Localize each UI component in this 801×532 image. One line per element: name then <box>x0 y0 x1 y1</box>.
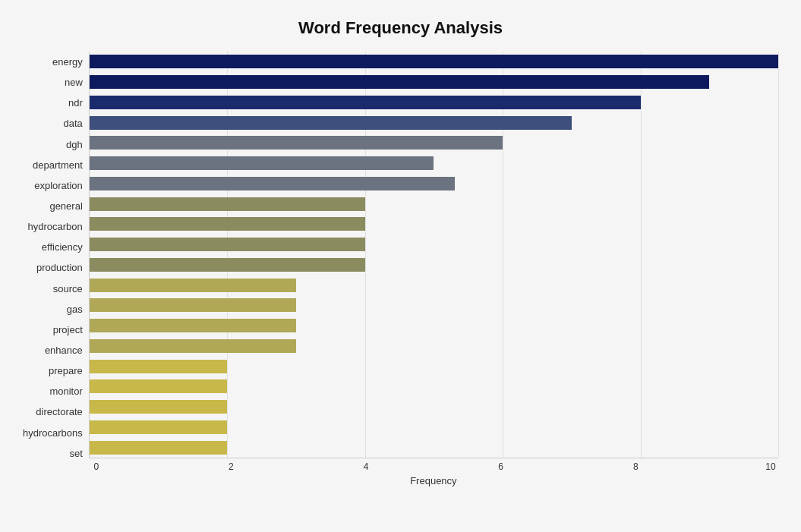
y-label: hydrocarbons <box>23 423 83 442</box>
grid-lines <box>90 52 778 458</box>
bar <box>90 400 227 414</box>
bar <box>90 298 296 312</box>
x-axis: 0246810 <box>89 458 778 472</box>
bar-row <box>90 439 778 457</box>
y-label: monitor <box>23 382 83 401</box>
bar <box>90 217 365 231</box>
x-tick: 0 <box>89 461 104 472</box>
x-tick: 4 <box>358 461 374 472</box>
y-label: project <box>23 320 83 338</box>
y-label: ndr <box>23 94 83 112</box>
chart-body: energynewndrdatadghdepartmentexploration… <box>23 52 778 486</box>
y-axis-labels: energynewndrdatadghdepartmentexploration… <box>23 52 89 486</box>
chart-container: Word Frequency Analysis energynewndrdata… <box>0 0 801 532</box>
bar-row <box>90 256 778 274</box>
x-axis-label: Frequency <box>89 475 778 486</box>
grid-line <box>503 52 503 458</box>
bar <box>90 339 296 353</box>
bars-and-xaxis: 0246810 Frequency <box>89 52 778 486</box>
y-label: general <box>23 197 83 216</box>
bar <box>90 258 365 272</box>
y-label: source <box>23 279 83 297</box>
bar <box>90 75 709 89</box>
bar-row <box>90 52 778 71</box>
y-label: dgh <box>23 135 83 153</box>
bar-row <box>90 134 778 152</box>
grid-line <box>641 52 642 458</box>
bar <box>90 156 434 170</box>
bar <box>90 96 641 109</box>
bar-row <box>90 418 778 436</box>
bar-row <box>90 398 778 416</box>
bar-row <box>90 175 778 193</box>
y-label: prepare <box>23 362 83 380</box>
x-tick: 10 <box>763 461 778 472</box>
bar-row <box>90 114 778 132</box>
x-tick: 6 <box>494 461 509 472</box>
y-label: gas <box>23 300 83 318</box>
bar <box>90 177 455 190</box>
bar <box>90 238 365 251</box>
bar-row <box>90 296 778 314</box>
x-tick: 8 <box>628 461 643 472</box>
y-label: new <box>23 74 83 92</box>
bar-row <box>90 377 778 395</box>
y-label: enhance <box>23 342 83 360</box>
bar <box>90 441 227 455</box>
bar-row <box>90 93 778 112</box>
bar-row <box>90 195 778 213</box>
y-label: directorate <box>23 403 83 421</box>
bar-row <box>90 235 778 253</box>
bar <box>90 279 296 292</box>
y-label: energy <box>23 53 83 71</box>
y-label: set <box>23 444 83 462</box>
bar-row <box>90 316 778 335</box>
bar-row <box>90 154 778 172</box>
y-label: exploration <box>23 176 83 194</box>
y-label: department <box>23 156 83 174</box>
bar <box>90 379 227 393</box>
bars-area <box>89 52 778 458</box>
bar <box>90 136 503 150</box>
grid-line <box>227 52 228 458</box>
bar <box>90 55 778 68</box>
bar <box>90 319 296 332</box>
y-label: hydrocarbon <box>23 218 83 236</box>
y-label: data <box>23 115 83 133</box>
bar-row <box>90 337 778 355</box>
grid-line <box>365 52 366 458</box>
chart-title: Word Frequency Analysis <box>23 15 778 38</box>
y-label: efficiency <box>23 238 83 257</box>
bar <box>90 197 365 211</box>
bar-row <box>90 73 778 91</box>
bar <box>90 360 227 373</box>
bar <box>90 420 227 434</box>
grid-line <box>778 52 779 458</box>
bar <box>90 116 572 130</box>
x-tick: 2 <box>223 461 238 472</box>
y-label: production <box>23 259 83 277</box>
bar-row <box>90 357 778 376</box>
bar-row <box>90 276 778 294</box>
bar-row <box>90 215 778 233</box>
